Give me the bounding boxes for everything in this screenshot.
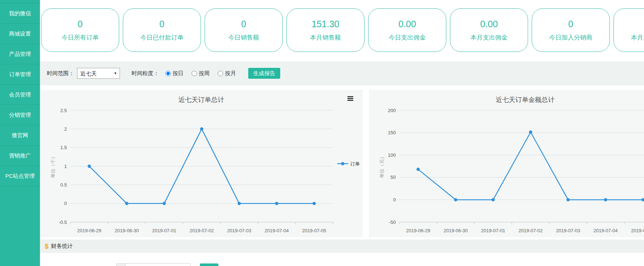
sidebar-item[interactable]: PC站点管理 [0, 166, 40, 186]
svg-text:2019-07-03: 2019-07-03 [227, 228, 251, 233]
radio-monthly-label: 按月 [225, 70, 236, 77]
gridlines [71, 110, 333, 204]
svg-text:150: 150 [388, 130, 396, 135]
time-range-select-wrap: 近七天 ▼ [77, 68, 120, 79]
stat-card: 151.30本月销售额 [286, 8, 365, 52]
granularity-radio-group: 按日 按周 按月 [165, 70, 236, 77]
sidebar-item[interactable]: 商城设置 [0, 24, 40, 44]
stat-card-label: 本月加入分销商 [631, 33, 644, 42]
stat-card-label: 今日已付款订单 [140, 33, 184, 42]
bottom-text-input[interactable] [125, 263, 190, 266]
data-point[interactable] [641, 198, 644, 201]
x-tick-labels: 2019-06-292019-06-302019-07-012019-07-02… [77, 228, 326, 233]
stat-card-label: 今日销售额 [228, 33, 259, 42]
radio-daily[interactable] [165, 71, 171, 76]
sidebar-item[interactable]: 我的微信 [0, 3, 40, 24]
sidebar-top-stub [0, 0, 40, 3]
stat-card-value: 151.30 [311, 19, 339, 29]
line-chart-svg: 2.521.510.50-0.52019-06-292019-06-302019… [40, 90, 363, 237]
svg-text:2019-07-01: 2019-07-01 [152, 228, 177, 233]
input-addon [116, 263, 125, 266]
data-point[interactable] [416, 168, 420, 171]
stat-card: 0本月加入分销商 [613, 8, 644, 52]
filter-bar: 时间范围： 近七天 ▼ 时间粒度： 按日 按周 按月 生成报告 [40, 61, 644, 85]
svg-text:2019-07-04: 2019-07-04 [265, 228, 289, 233]
data-point[interactable] [200, 127, 204, 131]
series-line [418, 132, 643, 200]
data-point[interactable] [454, 198, 457, 201]
radio-option-monthly[interactable]: 按月 [218, 70, 236, 77]
sidebar-item[interactable]: 产品管理 [0, 44, 40, 64]
sidebar-menu: 我的微信商城设置产品管理订单管理会员管理分销管理微官网营销推广PC站点管理 [0, 3, 40, 186]
finance-section-header: $ 财务统计 [40, 240, 644, 253]
radio-option-weekly[interactable]: 按周 [192, 70, 210, 77]
sidebar-item[interactable]: 分销管理 [0, 105, 40, 125]
finance-section-title: 财务统计 [51, 243, 73, 250]
sidebar-item[interactable]: 微官网 [0, 125, 40, 146]
svg-text:0: 0 [393, 197, 396, 202]
stat-card: 0.00本月支出佣金 [450, 8, 528, 52]
stat-card-value: 0.00 [398, 19, 416, 29]
data-point[interactable] [88, 165, 91, 168]
svg-text:1.5: 1.5 [60, 145, 67, 150]
main-content: 0今日所有订单0今日已付款订单0今日销售额151.30本月销售额0.00今日支出… [40, 0, 644, 266]
gridlines [399, 110, 644, 200]
x-axis [399, 222, 644, 224]
data-point[interactable] [313, 202, 316, 205]
svg-text:订单: 订单 [350, 161, 360, 167]
stat-card: 0今日销售额 [205, 8, 283, 52]
radio-monthly[interactable] [218, 71, 223, 76]
svg-text:100: 100 [388, 152, 396, 158]
data-point[interactable] [238, 202, 241, 205]
svg-text:2019-06-30: 2019-06-30 [443, 228, 468, 233]
svg-text:-0.5: -0.5 [59, 220, 67, 225]
stat-card: 0今日已付款订单 [123, 8, 201, 52]
svg-text:-50: -50 [389, 220, 396, 225]
radio-option-daily[interactable]: 按日 [165, 70, 184, 77]
time-range-label: 时间范围： [47, 70, 74, 77]
data-point[interactable] [567, 198, 570, 201]
stat-card-value: 0 [241, 19, 246, 29]
data-point[interactable] [604, 198, 607, 201]
data-point[interactable] [491, 198, 495, 201]
svg-text:2019-07-03: 2019-07-03 [556, 228, 580, 233]
dollar-icon: $ [45, 242, 49, 250]
stat-card-label: 今日支出佣金 [389, 33, 426, 42]
svg-text:2019-07-02: 2019-07-02 [519, 228, 543, 233]
data-point[interactable] [275, 202, 278, 205]
data-point[interactable] [529, 130, 532, 134]
sidebar: 我的微信商城设置产品管理订单管理会员管理分销管理微官网营销推广PC站点管理 [0, 0, 40, 266]
stat-card-value: 0 [568, 19, 573, 29]
bottom-action-button[interactable] [200, 263, 218, 266]
data-point[interactable] [162, 202, 166, 205]
stat-card-value: 0 [160, 19, 165, 29]
svg-text:2019-07-05: 2019-07-05 [631, 228, 644, 233]
time-range-select[interactable]: 近七天 [77, 68, 120, 79]
svg-text:2019-06-30: 2019-06-30 [114, 228, 139, 233]
stat-card-label: 今日加入分销商 [549, 33, 592, 42]
granularity-label: 时间粒度： [132, 70, 159, 77]
chart-legend[interactable]: 订单 [337, 161, 360, 167]
data-point[interactable] [125, 202, 128, 205]
generate-report-button[interactable]: 生成报告 [248, 68, 280, 79]
x-tick-labels: 2019-06-292019-06-302019-07-012019-07-02… [406, 228, 644, 233]
bottom-partial-row [40, 263, 644, 266]
sidebar-item[interactable]: 订单管理 [0, 64, 40, 85]
svg-text:200: 200 [388, 108, 396, 113]
svg-text:2: 2 [64, 126, 67, 132]
stat-card-label: 本月支出佣金 [471, 33, 508, 42]
line-chart-svg: 200150100500-502019-06-292019-06-302019-… [369, 90, 644, 237]
charts-row: 近七天订单总计 2.521.510.50-0.52019-06-292019-0… [40, 90, 644, 237]
sidebar-item[interactable]: 营销推广 [0, 146, 40, 166]
stat-card: 0今日加入分销商 [532, 8, 610, 52]
stat-card-value: 0 [78, 19, 83, 29]
sidebar-item[interactable]: 会员管理 [0, 85, 40, 105]
svg-text:2.5: 2.5 [60, 108, 67, 113]
svg-text:2019-06-29: 2019-06-29 [77, 228, 101, 233]
svg-text:2019-06-29: 2019-06-29 [406, 228, 430, 233]
svg-text:2019-07-01: 2019-07-01 [481, 228, 506, 233]
svg-text:2019-07-05: 2019-07-05 [302, 228, 326, 233]
radio-weekly[interactable] [192, 71, 197, 76]
svg-text:1: 1 [64, 164, 67, 169]
stat-card-label: 今日所有订单 [62, 33, 99, 42]
